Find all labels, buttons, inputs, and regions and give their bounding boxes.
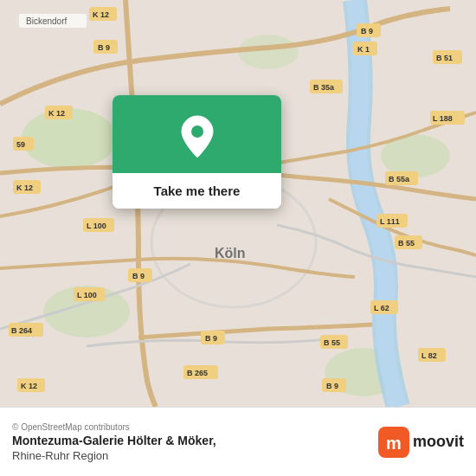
place-region: Rhine-Ruhr Region — [12, 449, 216, 462]
svg-text:L 100: L 100 — [87, 222, 106, 230]
svg-text:L 100: L 100 — [77, 291, 97, 299]
take-me-there-button[interactable]: Take me there — [113, 173, 281, 209]
svg-text:B 9: B 9 — [205, 334, 217, 343]
svg-text:B 51: B 51 — [436, 54, 453, 62]
svg-text:B 264: B 264 — [11, 326, 32, 335]
svg-point-5 — [238, 35, 299, 69]
moovit-icon: m — [378, 427, 409, 458]
svg-text:B 35a: B 35a — [313, 83, 335, 92]
place-name: Montezuma-Galerie Hölter & Möker, — [12, 434, 216, 447]
svg-text:B 55: B 55 — [398, 239, 415, 248]
svg-text:K 12: K 12 — [21, 382, 37, 390]
svg-text:Bickendorf: Bickendorf — [26, 16, 67, 26]
svg-text:K 1: K 1 — [357, 45, 370, 54]
map-container: Bickendorf B 9 B 9 B 9 B 9 B 9 B 51 B 35… — [0, 0, 476, 407]
svg-text:B 9: B 9 — [361, 27, 373, 35]
svg-point-58 — [191, 125, 203, 138]
location-pin-icon — [178, 114, 216, 159]
place-info: © OpenStreetMap contributors Montezuma-G… — [12, 422, 216, 462]
svg-text:B 9: B 9 — [326, 382, 338, 390]
svg-text:K 12: K 12 — [48, 109, 65, 118]
svg-text:B 55a: B 55a — [389, 175, 410, 183]
svg-text:L 111: L 111 — [380, 217, 400, 226]
popup-header — [113, 95, 281, 173]
svg-text:K 12: K 12 — [16, 183, 33, 192]
attribution-text: © OpenStreetMap contributors — [12, 422, 216, 432]
svg-text:Köln: Köln — [215, 246, 246, 261]
svg-text:L 82: L 82 — [421, 351, 437, 360]
svg-text:59: 59 — [16, 140, 25, 149]
svg-text:B 9: B 9 — [98, 43, 110, 52]
svg-text:L 62: L 62 — [374, 304, 389, 312]
moovit-logo: m moovit — [378, 427, 464, 458]
svg-text:B 9: B 9 — [132, 272, 145, 280]
svg-text:K 12: K 12 — [93, 10, 109, 19]
bottom-bar: © OpenStreetMap contributors Montezuma-G… — [0, 407, 476, 476]
svg-text:B 55: B 55 — [324, 338, 340, 347]
moovit-text: moovit — [413, 433, 464, 451]
map-popup: Take me there — [113, 95, 281, 209]
svg-text:m: m — [386, 434, 402, 453]
svg-text:L 188: L 188 — [433, 114, 453, 123]
svg-text:B 265: B 265 — [187, 369, 208, 377]
